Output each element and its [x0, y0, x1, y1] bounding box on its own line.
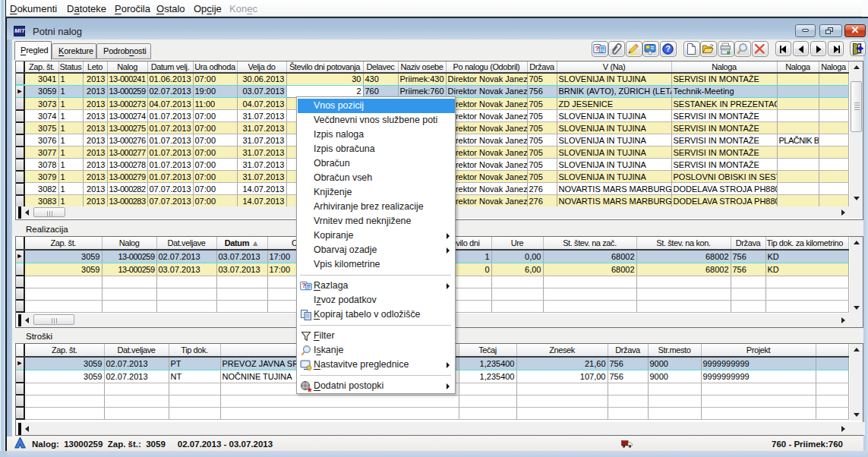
svg-text:?: ?	[666, 44, 671, 53]
svg-text:?: ?	[301, 282, 305, 289]
svg-text:?: ?	[595, 44, 600, 52]
